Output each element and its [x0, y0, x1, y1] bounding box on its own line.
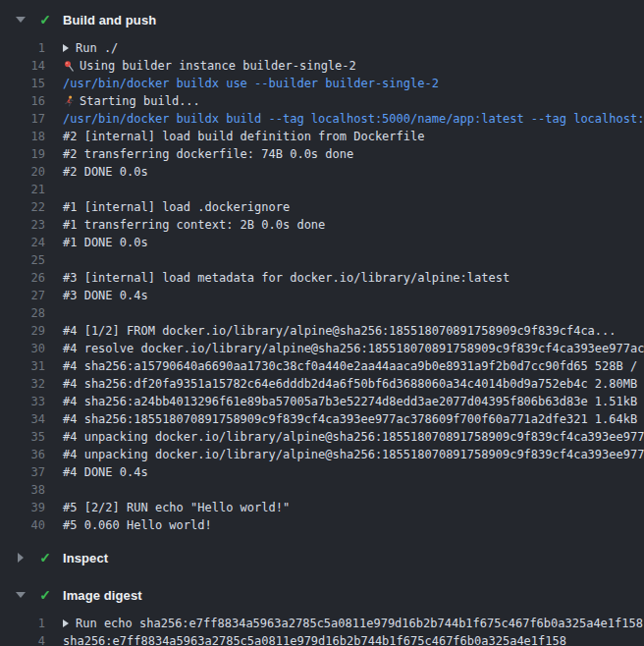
log-line: 22#1 [internal] load .dockerignore	[0, 198, 644, 216]
log-line: 35#4 unpacking docker.io/library/alpine@…	[0, 428, 644, 446]
log-text: sha256:e7ff8834a5963a2785c5a0811e979d16b…	[63, 632, 566, 646]
check-icon: ✓	[38, 12, 52, 27]
log-text: Starting build...	[80, 92, 200, 110]
log-line: 40#5 0.060 Hello world!	[0, 516, 644, 534]
section-header-build-and-push[interactable]: ✓ Build and push	[0, 6, 644, 33]
line-number[interactable]: 19	[0, 145, 45, 163]
log-text: /usr/bin/docker buildx build --tag local…	[63, 110, 644, 128]
line-number[interactable]: 30	[0, 340, 45, 357]
log-line: 21	[0, 181, 644, 198]
log-line: 4sha256:e7ff8834a5963a2785c5a0811e979d16…	[0, 632, 644, 646]
log-line: 30#4 resolve docker.io/library/alpine@sh…	[0, 340, 644, 357]
log-line: 17/usr/bin/docker buildx build --tag loc…	[0, 110, 644, 128]
log-text: Run echo sha256:e7ff8834a5963a2785c5a081…	[76, 615, 643, 632]
line-number[interactable]: 27	[0, 287, 45, 304]
line-number[interactable]: 34	[0, 410, 45, 428]
log-line: 27#3 DONE 0.4s	[0, 287, 644, 304]
section-title: Inspect	[63, 551, 108, 565]
line-number[interactable]: 22	[0, 198, 45, 216]
check-icon: ✓	[38, 587, 52, 603]
section-title: Build and push	[63, 13, 156, 27]
log-line: 23#1 transferring context: 2B 0.0s done	[0, 216, 644, 234]
log-line: 26#3 [internal] load metadata for docker…	[0, 269, 644, 287]
line-number[interactable]: 35	[0, 428, 45, 446]
line-number[interactable]: 23	[0, 216, 45, 234]
check-icon: ✓	[38, 550, 52, 565]
log-line: 31#4 sha256:a15790640a6690aa1730c38cf0a4…	[0, 357, 644, 375]
log-text: #4 sha256:185518070891758909c9f839cf4ca3…	[63, 410, 644, 428]
log-line: 20#2 DONE 0.0s	[0, 163, 644, 181]
chevron-down-icon[interactable]	[16, 592, 26, 598]
line-number[interactable]: 36	[0, 446, 45, 463]
log-text: #4 sha256:df20fa9351a15782c64e6dddb2d4a6…	[63, 375, 644, 393]
line-number[interactable]: 32	[0, 375, 45, 393]
expander-icon[interactable]	[63, 44, 69, 52]
section-header-inspect[interactable]: ✓ Inspect	[0, 544, 644, 571]
log-text: Run ./	[76, 39, 118, 57]
log-group-image-digest: ✓ Image digest 1Run echo sha256:e7ff8834…	[0, 581, 644, 646]
log-text: #2 transferring dockerfile: 74B 0.0s don…	[63, 145, 353, 163]
chevron-right-icon[interactable]	[16, 553, 26, 563]
line-number[interactable]: 31	[0, 357, 45, 375]
log-text: #1 DONE 0.0s	[63, 234, 148, 251]
line-number[interactable]: 39	[0, 499, 45, 516]
log-text: #4 sha256:a24bb4013296f61e89ba57005a7b3e…	[63, 393, 644, 410]
line-number[interactable]: 24	[0, 234, 45, 251]
line-number[interactable]: 37	[0, 463, 45, 481]
line-number[interactable]: 1	[0, 39, 45, 57]
log-line: 15/usr/bin/docker buildx use --builder b…	[0, 75, 644, 92]
line-number[interactable]: 14	[0, 57, 45, 75]
section-title: Image digest	[63, 588, 142, 603]
line-number[interactable]: 38	[0, 481, 45, 499]
log-line: 33#4 sha256:a24bb4013296f61e89ba57005a7b…	[0, 393, 644, 410]
log-text: #3 DONE 0.4s	[63, 287, 148, 304]
log-line: 39#5 [2/2] RUN echo "Hello world!"	[0, 499, 644, 516]
log-text: #2 DONE 0.0s	[63, 163, 148, 181]
log-text: #4 resolve docker.io/library/alpine@sha2…	[63, 340, 644, 357]
log-line: 1Run echo sha256:e7ff8834a5963a2785c5a08…	[0, 615, 644, 632]
workflow-log: ✓ Build and push 1Run ./14Using builder …	[0, 0, 644, 646]
line-number[interactable]: 26	[0, 269, 45, 287]
log-group-build-and-push: ✓ Build and push 1Run ./14Using builder …	[0, 6, 644, 534]
line-number[interactable]: 17	[0, 110, 45, 128]
line-number[interactable]: 15	[0, 75, 45, 92]
log-line: 34#4 sha256:185518070891758909c9f839cf4c…	[0, 410, 644, 428]
log-line: 36#4 unpacking docker.io/library/alpine@…	[0, 446, 644, 463]
log-line: 14Using builder instance builder-single-…	[0, 57, 644, 75]
log-line: 18#2 [internal] load build definition fr…	[0, 128, 644, 145]
line-number[interactable]: 40	[0, 516, 45, 534]
log-text: #4 [1/2] FROM docker.io/library/alpine@s…	[63, 322, 617, 340]
log-text: #1 transferring context: 2B 0.0s done	[63, 216, 325, 234]
section-header-image-digest[interactable]: ✓ Image digest	[0, 581, 644, 609]
pushpin-icon	[63, 60, 76, 73]
chevron-down-icon[interactable]	[16, 17, 26, 23]
line-number[interactable]: 1	[0, 615, 45, 632]
log-lines-build-and-push: 1Run ./14Using builder instance builder-…	[0, 39, 644, 534]
log-text: #4 DONE 0.4s	[63, 463, 148, 481]
line-number[interactable]: 20	[0, 163, 45, 181]
line-number[interactable]: 18	[0, 128, 45, 145]
log-text: #5 0.060 Hello world!	[63, 516, 212, 534]
line-number[interactable]: 28	[0, 304, 45, 322]
log-line: 24#1 DONE 0.0s	[0, 234, 644, 251]
log-line: 38	[0, 481, 644, 499]
log-text: #4 sha256:a15790640a6690aa1730c38cf0a440…	[63, 357, 644, 375]
log-text: Using builder instance builder-single-2	[80, 57, 356, 75]
log-text: #1 [internal] load .dockerignore	[63, 198, 290, 216]
line-number[interactable]: 29	[0, 322, 45, 340]
log-text: #2 [internal] load build definition from…	[63, 128, 424, 145]
log-line: 28	[0, 304, 644, 322]
log-text: #4 unpacking docker.io/library/alpine@sh…	[63, 446, 644, 463]
log-line: 29#4 [1/2] FROM docker.io/library/alpine…	[0, 322, 644, 340]
expander-icon[interactable]	[63, 619, 69, 627]
line-number[interactable]: 16	[0, 92, 45, 110]
line-number[interactable]: 33	[0, 393, 45, 410]
log-line: 19#2 transferring dockerfile: 74B 0.0s d…	[0, 145, 644, 163]
log-text: #3 [internal] load metadata for docker.i…	[63, 269, 510, 287]
log-line: 16Starting build...	[0, 92, 644, 110]
line-number[interactable]: 4	[0, 632, 45, 646]
line-number[interactable]: 25	[0, 251, 45, 269]
log-line: 1Run ./	[0, 39, 644, 57]
line-number[interactable]: 21	[0, 181, 45, 198]
log-line: 37#4 DONE 0.4s	[0, 463, 644, 481]
